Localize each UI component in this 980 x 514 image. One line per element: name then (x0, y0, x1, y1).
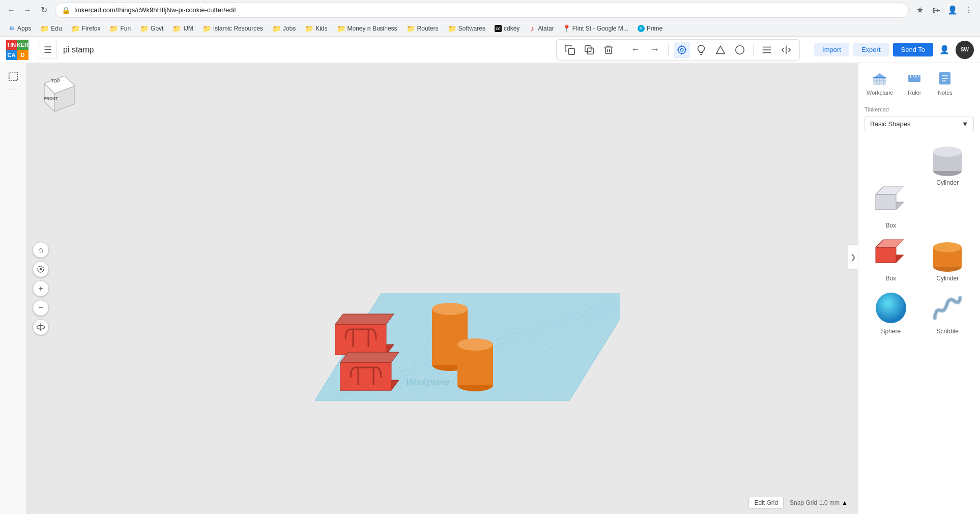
shape-item-sphere-blue[interactable]: Sphere (864, 288, 917, 337)
collapse-panel-handle[interactable]: ❯ (848, 244, 858, 270)
profile-button[interactable]: 👤 (945, 3, 960, 17)
address-bar[interactable]: 🔒 tinkercad.com/things/cWk9hHtljNw-pi-co… (55, 3, 909, 18)
lock-icon: 🔒 (62, 6, 70, 14)
export-button[interactable]: Export (853, 43, 889, 56)
workplane-tool[interactable]: Workplane (867, 69, 893, 96)
notes-label: Notes (938, 90, 953, 96)
panel-tools: Workplane Ruler (858, 63, 980, 102)
bookmark-cdkey-label: cdkey (504, 25, 520, 32)
snap-grid-up-btn[interactable]: ▲ (842, 499, 848, 506)
select-all-btn[interactable] (4, 67, 22, 85)
zoom-out-btn[interactable]: − (33, 300, 49, 316)
star-button[interactable]: ★ (913, 3, 927, 17)
edit-grid-button[interactable]: Edit Grid (748, 497, 784, 509)
shape-btn[interactable] (712, 42, 729, 58)
shape-label-cylinder-orange: Cylinder (936, 275, 959, 282)
avatar-button[interactable]: SW (956, 41, 974, 59)
notes-tool[interactable]: Notes (936, 69, 954, 96)
bookmark-softwares[interactable]: 📁 Softwares (444, 22, 489, 35)
folder-icon: 📁 (305, 24, 313, 33)
svg-marker-80 (876, 187, 904, 194)
svg-marker-53 (340, 352, 399, 362)
bookmark-firefox-label: Firefox (82, 25, 101, 32)
bookmark-flint[interactable]: 📍 Flint St - Google M... (559, 22, 632, 35)
bookmark-flint-label: Flint St - Google M... (572, 25, 628, 32)
bookmark-govt[interactable]: 📁 Govt (136, 22, 167, 35)
user-icon[interactable]: 👤 (937, 43, 952, 57)
svg-point-9 (736, 45, 744, 54)
folder-icon: 📁 (71, 24, 80, 33)
3d-scene: Workplane (264, 161, 620, 416)
mirror-btn[interactable] (778, 42, 794, 58)
import-button[interactable]: Import (814, 43, 849, 56)
shape-item-box-red[interactable]: Box (864, 235, 917, 284)
back-button[interactable]: ← (4, 3, 18, 17)
viewport[interactable]: TOP FRONT ⌂ + − (26, 63, 858, 514)
bookmark-money-label: Money n Business (348, 25, 397, 32)
duplicate-btn[interactable] (581, 42, 597, 58)
view-target-btn[interactable] (674, 42, 690, 58)
circle-btn[interactable] (732, 42, 748, 58)
shapes-category-dropdown[interactable]: Basic Shapes ▼ (864, 117, 974, 131)
project-title: pi stamp (63, 45, 94, 54)
logo-d: D (17, 50, 28, 60)
shapes-category-header: Tinkercad (858, 102, 980, 117)
bookmark-ijm[interactable]: 📁 IJM (168, 22, 197, 35)
folder-icon: 📁 (40, 24, 49, 33)
folder-icon: 📁 (337, 24, 345, 33)
extension-button[interactable]: ⌲ (929, 3, 943, 17)
redo-btn[interactable]: → (647, 42, 663, 58)
alatar-favicon: ♪ (529, 25, 536, 32)
shape-preview-box-gray (871, 141, 911, 182)
align-btn[interactable] (759, 42, 775, 58)
send-to-button[interactable]: Send To (893, 43, 933, 56)
bookmarks-bar: ⊞ Apps 📁 Edu 📁 Firefox 📁 Fun 📁 Govt 📁 IJ… (0, 20, 980, 37)
zoom-in-btn[interactable]: + (33, 280, 49, 297)
shape-item-box-gray[interactable]: Box (864, 139, 917, 231)
svg-rect-52 (340, 362, 391, 390)
shape-item-cylinder-orange[interactable]: Cylinder (921, 235, 974, 284)
bookmark-apps[interactable]: ⊞ Apps (4, 22, 35, 35)
tinkercad-logo[interactable]: TIN KER CA D (6, 40, 33, 60)
cylinder-orange-svg (927, 237, 968, 273)
workplane-label: Workplane (867, 90, 893, 96)
undo-btn[interactable]: ← (627, 42, 644, 58)
bookmark-alatar[interactable]: ♪ Alatar (525, 22, 558, 35)
refresh-button[interactable]: ↻ (37, 3, 51, 17)
ruler-icon (905, 69, 924, 88)
bookmark-cdkey[interactable]: cd cdkey (491, 22, 524, 35)
shape-item-scribble[interactable]: Scribble (921, 288, 974, 337)
ruler-tool[interactable]: Ruler (905, 69, 924, 96)
svg-marker-63 (873, 73, 886, 78)
light-btn[interactable] (693, 42, 709, 58)
forward-button[interactable]: → (20, 3, 35, 17)
home-view-btn[interactable]: ⌂ (33, 242, 49, 258)
svg-text:Workplane: Workplane (405, 377, 450, 387)
snap-grid-value: 1.0 mm (819, 499, 840, 506)
bookmark-islamic[interactable]: 📁 Islamic Resources (198, 22, 267, 35)
bookmark-fun[interactable]: 📁 Fun (105, 22, 135, 35)
bookmark-edu[interactable]: 📁 Edu (36, 22, 66, 35)
logo-tin: TIN (6, 40, 17, 50)
delete-btn[interactable] (600, 42, 617, 58)
bookmark-money[interactable]: 📁 Money n Business (333, 22, 401, 35)
bookmark-routers[interactable]: 📁 Routers (402, 22, 443, 35)
folder-icon: 📁 (140, 24, 149, 33)
bookmark-firefox[interactable]: 📁 Firefox (67, 22, 105, 35)
orbit-btn[interactable] (33, 319, 49, 335)
svg-marker-48 (335, 314, 394, 324)
copy-btn[interactable] (562, 42, 578, 58)
rotate-view-btn[interactable] (33, 261, 49, 277)
snap-grid: Snap Grid 1.0 mm ▲ (790, 499, 848, 506)
orientation-cube[interactable]: TOP FRONT (37, 73, 77, 114)
bookmark-jobs[interactable]: 📁 Jobs (268, 22, 300, 35)
bookmark-prime[interactable]: P Prime (633, 22, 667, 35)
bookmark-kids[interactable]: 📁 Kids (301, 22, 331, 35)
logo-ca: CA (6, 50, 17, 60)
shape-item-cylinder-gray[interactable]: Cylinder (921, 139, 974, 231)
box-red-svg (871, 237, 911, 273)
folder-icon: 📁 (272, 24, 281, 33)
hamburger-menu[interactable]: ☰ (39, 41, 57, 59)
menu-button[interactable]: ⋮ (962, 3, 976, 17)
prime-favicon: P (638, 25, 645, 32)
